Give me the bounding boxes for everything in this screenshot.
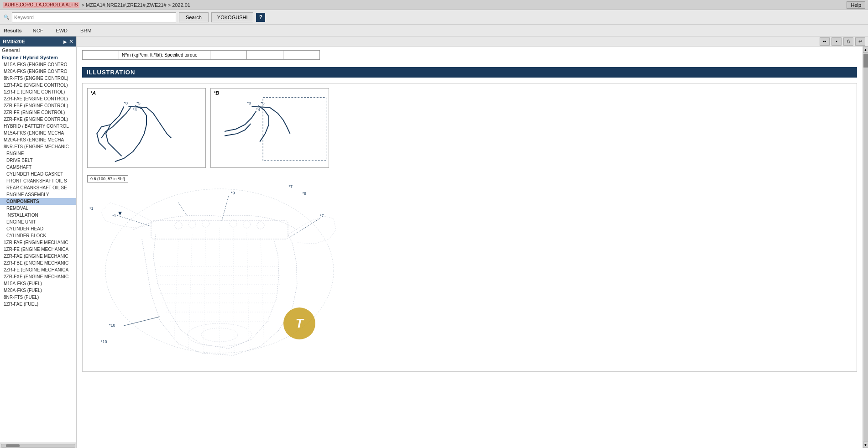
back-button[interactable]: ↩: [855, 37, 865, 46]
svg-text:*5: *5: [136, 101, 140, 105]
panel-b: *B *B *8 *5 *4: [210, 88, 329, 168]
illustration-container: *A *A *8 *5 *4: [82, 83, 857, 372]
svg-rect-8: [263, 98, 326, 161]
sidebar-item-2zr-fe-mecha[interactable]: 2ZR-FE (ENGINE MECHANICA: [0, 266, 76, 273]
yokogushi-button[interactable]: YOKOGUSHI: [211, 12, 254, 22]
navtabs: Results NCF EWD BRM: [0, 25, 868, 36]
svg-text:*4: *4: [133, 107, 136, 112]
sidebar-subitem-engine-unit[interactable]: ENGINE UNIT: [0, 219, 76, 225]
sidebar-item-2zr-fae-control[interactable]: 2ZR-FAE (ENGINE CONTROL): [0, 95, 76, 102]
svg-line-22: [178, 203, 188, 216]
sidebar-item-8nr-fuel[interactable]: 8NR-FTS (FUEL): [0, 294, 76, 301]
sidebar-subitem-front-crankshaft[interactable]: FRONT CRANKSHAFT OIL S: [0, 177, 76, 184]
sidebar-subitem-cylinder-head-gasket[interactable]: CYLINDER HEAD GASKET: [0, 171, 76, 177]
tab-brm[interactable]: BRM: [78, 27, 93, 34]
sidebar-subitem-cylinder-block[interactable]: CYLINDER BLOCK: [0, 232, 76, 239]
right-scrollbar[interactable]: ▲ ▼: [863, 47, 868, 448]
sidebar-subitem-engine-assembly[interactable]: ENGINE ASSEMBLY: [0, 191, 76, 198]
sidebar-item-2zr-fxe-mecha[interactable]: 2ZR-FXE (ENGINE MECHANIC: [0, 273, 76, 280]
sidebar-subitem-engine[interactable]: ENGINE: [0, 150, 76, 157]
scrollbar-down-button[interactable]: ▼: [863, 442, 868, 448]
torque-table: N*m (kgf*cm, ft.*lbf): Specified torque: [82, 50, 320, 60]
panel-a-label: *A: [90, 90, 96, 96]
search-button[interactable]: Search: [179, 12, 209, 22]
annotation-9: *9: [302, 191, 306, 196]
sidebar-item-1zr-fe-mecha[interactable]: 1ZR-FE (ENGINE MECHANICA: [0, 246, 76, 253]
sidebar-scrollbar-track[interactable]: [1, 444, 75, 448]
panel-b-svg: *B *8 *5 *4: [211, 89, 329, 167]
sidebar-item-m15a-mecha[interactable]: M15A-FKS (ENGINE MECHA: [0, 130, 76, 136]
keyword-icon: 🔍: [4, 15, 9, 20]
sidebar-subitem-camshaft[interactable]: CAMSHAFT: [0, 164, 76, 171]
sidebar-item-2zr-fxe-control[interactable]: 2ZR-FXE (ENGINE CONTROL): [0, 116, 76, 123]
help-icon-button[interactable]: ?: [256, 13, 265, 22]
scrollbar-up-button[interactable]: ▲: [863, 47, 868, 53]
sidebar-item-1zr-fe-control[interactable]: 1ZR-FE (ENGINE CONTROL): [0, 89, 76, 95]
svg-text:*7: *7: [320, 214, 324, 218]
svg-text:*5: *5: [261, 101, 264, 105]
sidebar-item-1zr-fae-control[interactable]: 1ZR-FAE (ENGINE CONTROL): [0, 82, 76, 89]
sidebar-engine-hybrid-header: Engine / Hybrid System: [0, 54, 76, 61]
sidebar-item-1zr-fae-fuel[interactable]: 1ZR-FAE (FUEL): [0, 301, 76, 307]
sidebar-item-2zr-fbe-mecha[interactable]: 2ZR-FBE (ENGINE MECHANIC: [0, 260, 76, 266]
sidebar-subitem-drive-belt[interactable]: DRIVE BELT: [0, 157, 76, 164]
sidebar-item-8nr-mecha[interactable]: 8NR-FTS (ENGINE MECHANIC: [0, 143, 76, 150]
torque-table-cell2: N*m (kgf*cm, ft.*lbf): Specified torque: [119, 51, 210, 60]
view-large-button[interactable]: ▪: [831, 37, 842, 46]
sidebar-header: RM3520E ▶ ✕: [0, 36, 76, 47]
sidebar-expand-button[interactable]: ▶: [63, 39, 67, 44]
sidebar-scrollbar-thumb: [6, 444, 20, 447]
svg-text:*8: *8: [124, 101, 128, 105]
sidebar-general[interactable]: General: [0, 47, 76, 54]
sidebar-item-hybrid-battery[interactable]: HYBRID / BATTERY CONTROL: [0, 123, 76, 130]
annotation-10: *10: [101, 339, 107, 344]
sidebar-subitem-components[interactable]: COMPONENTS: [0, 198, 76, 205]
main-illustration: 9.8 (100, 87 in.*lbf) *1 *7 *10 *9: [87, 175, 352, 367]
searchbar: 🔍 Search YOKOGUSHI ?: [0, 10, 868, 25]
sidebar-item-8nr-control[interactable]: 8NR-FTS (ENGINE CONTROL): [0, 75, 76, 82]
sidebar-subitem-installation[interactable]: INSTALLATION: [0, 212, 76, 219]
breadcrumb-colored: AURIS,COROLLA,COROLLA ALTIS: [3, 2, 79, 8]
svg-line-20: [290, 219, 320, 237]
sidebar-item-2zr-fe-control[interactable]: 2ZR-FE (ENGINE CONTROL): [0, 109, 76, 116]
tab-ewd[interactable]: EWD: [54, 27, 69, 34]
content-toolbar: ▪▪ ▪ ⎙ ↩: [77, 36, 868, 47]
scrollbar-track: [863, 53, 868, 442]
tab-ncf[interactable]: NCF: [31, 27, 45, 34]
sidebar-item-m20a-control[interactable]: M20A-FKS (ENGINE CONTRO: [0, 68, 76, 75]
content-area: ▪▪ ▪ ⎙ ↩ N*m (kgf*cm, ft.*lbf): Specifie…: [77, 36, 868, 448]
svg-text:*8: *8: [247, 101, 251, 105]
sidebar-header-actions: ▶ ✕: [63, 38, 73, 45]
sidebar-item-m20a-mecha[interactable]: M20A-FKS (ENGINE MECHA: [0, 136, 76, 143]
sidebar-item-m15a-fuel[interactable]: M15A-FKS (FUEL): [0, 280, 76, 287]
sidebar-scrollbar[interactable]: [0, 443, 76, 448]
svg-line-23: [222, 196, 229, 221]
svg-line-19: [117, 215, 151, 226]
topbar-breadcrumb: > MZEA1#,NRE21#,ZRE21#,ZWE21# > 2022.01: [81, 2, 190, 8]
view-small-button[interactable]: ▪▪: [820, 37, 830, 46]
sidebar-item-m15a-control[interactable]: M15A-FKS (ENGINE CONTRO: [0, 61, 76, 68]
svg-text:*10: *10: [109, 323, 115, 328]
sidebar-item-2zr-fae-mecha[interactable]: 2ZR-FAE (ENGINE MECHANIC: [0, 253, 76, 260]
main-area: RM3520E ▶ ✕ General Engine / Hybrid Syst…: [0, 36, 868, 448]
sidebar-item-m20a-fuel[interactable]: M20A-FKS (FUEL): [0, 287, 76, 294]
sidebar-subitem-rear-crankshaft[interactable]: REAR CRANKSHAFT OIL SE: [0, 184, 76, 191]
print-button[interactable]: ⎙: [843, 37, 853, 46]
results-label: Results: [4, 28, 22, 33]
sidebar-subitem-removal[interactable]: REMOVAL: [0, 205, 76, 212]
scrollbar-thumb[interactable]: [863, 54, 868, 68]
svg-point-11: [175, 222, 182, 229]
sidebar-close-button[interactable]: ✕: [69, 38, 73, 45]
search-input[interactable]: [12, 12, 176, 22]
topbar-left: AURIS,COROLLA,COROLLA ALTIS > MZEA1#,NRE…: [3, 2, 190, 8]
svg-point-14: [230, 220, 237, 227]
help-button[interactable]: Help: [847, 1, 865, 9]
content-body: N*m (kgf*cm, ft.*lbf): Specified torque …: [77, 47, 863, 448]
sidebar-item-2zr-fbe-control[interactable]: 2ZR-FBE (ENGINE CONTROL): [0, 102, 76, 109]
svg-text:*9: *9: [231, 191, 235, 195]
sidebar-item-1zr-fae-mecha[interactable]: 1ZR-FAE (ENGINE MECHANIC: [0, 239, 76, 246]
panel-b-label: *B: [214, 90, 219, 96]
svg-point-15: [243, 221, 251, 228]
sidebar: RM3520E ▶ ✕ General Engine / Hybrid Syst…: [0, 36, 77, 448]
sidebar-subitem-cylinder-head[interactable]: CYLINDER HEAD: [0, 225, 76, 232]
